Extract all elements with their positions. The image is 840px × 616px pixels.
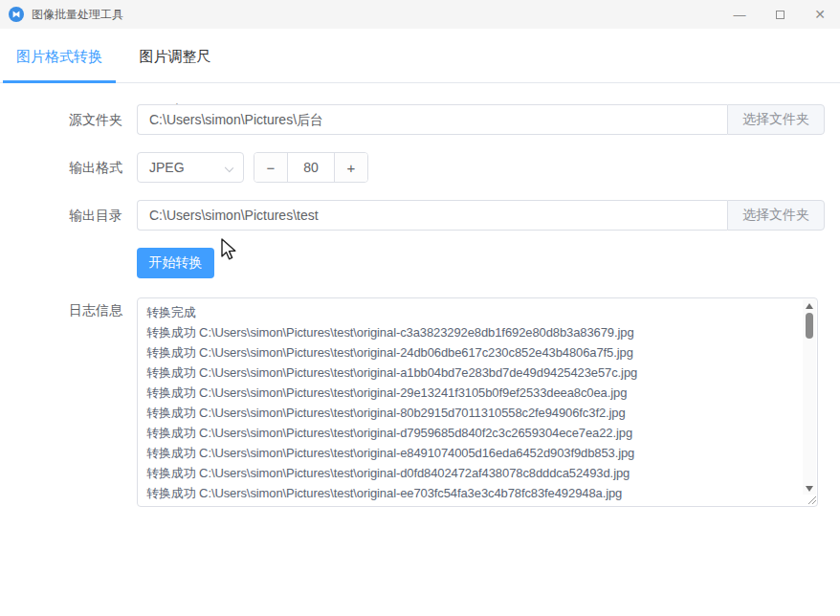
format-select[interactable]: JPEG <box>137 152 244 183</box>
log-line: 转换完成 <box>146 302 802 322</box>
close-icon[interactable]: ✕ <box>800 0 840 29</box>
log-line: 转换成功 C:\Users\simon\Pictures\test\origin… <box>146 383 802 403</box>
output-dir-browse-button[interactable]: 选择文件夹 <box>727 200 825 231</box>
mouse-cursor <box>221 238 238 263</box>
scrollbar-thumb[interactable] <box>806 313 813 339</box>
log-lines: 转换完成转换成功 C:\Users\simon\Pictures\test\or… <box>138 302 802 506</box>
minimize-icon[interactable]: — <box>719 0 760 29</box>
scroll-up-icon[interactable] <box>803 299 816 312</box>
log-textarea[interactable]: 转换完成转换成功 C:\Users\simon\Pictures\test\or… <box>137 297 818 507</box>
log-line: 转换成功 C:\Users\simon\Pictures\test\origin… <box>146 342 802 363</box>
output-format-label: 输出格式 <box>0 152 122 183</box>
chevron-down-icon <box>225 164 233 172</box>
quality-value[interactable]: 80 <box>288 153 334 182</box>
window-controls: — ✕ <box>719 0 840 29</box>
quality-decrease-button[interactable]: − <box>254 153 288 182</box>
quality-increase-button[interactable]: + <box>334 153 367 182</box>
log-line: 转换成功 C:\Users\simon\Pictures\test\origin… <box>146 503 802 506</box>
source-folder-input[interactable]: C:\Users\simon\Pictures\后台 <box>137 104 727 135</box>
log-scrollbar[interactable] <box>803 299 816 495</box>
source-folder-browse-button[interactable]: 选择文件夹 <box>727 104 825 135</box>
window-title: 图像批量处理工具 <box>32 0 123 29</box>
tab-bar: 图片格式转换 图片调整尺寸 <box>0 29 840 83</box>
log-line: 转换成功 C:\Users\simon\Pictures\test\origin… <box>146 423 802 443</box>
start-convert-button[interactable]: 开始转换 <box>137 248 214 278</box>
app-window: 图像批量处理工具 — ✕ 图片格式转换 图片调整尺寸 源文件夹 C:\Users… <box>0 0 840 616</box>
source-folder-label: 源文件夹 <box>0 104 122 135</box>
output-dir-input[interactable]: C:\Users\simon\Pictures\test <box>137 200 727 231</box>
log-line: 转换成功 C:\Users\simon\Pictures\test\origin… <box>146 403 802 423</box>
format-select-value: JPEG <box>149 160 185 175</box>
output-dir-label: 输出目录 <box>0 200 122 231</box>
log-line: 转换成功 C:\Users\simon\Pictures\test\origin… <box>146 463 802 483</box>
log-line: 转换成功 C:\Users\simon\Pictures\test\origin… <box>146 483 802 503</box>
output-dir-group: C:\Users\simon\Pictures\test 选择文件夹 <box>137 200 825 231</box>
log-line: 转换成功 C:\Users\simon\Pictures\test\origin… <box>146 322 802 342</box>
title-bar: 图像批量处理工具 — ✕ <box>0 0 840 29</box>
tab-resize[interactable]: 图片调整尺寸 <box>134 29 216 83</box>
log-label: 日志信息 <box>0 300 122 320</box>
log-line: 转换成功 C:\Users\simon\Pictures\test\origin… <box>146 363 802 383</box>
app-logo-icon <box>9 7 24 22</box>
tab-format-convert[interactable]: 图片格式转换 <box>3 29 116 83</box>
quality-stepper: − 80 + <box>254 152 368 183</box>
maximize-icon[interactable] <box>760 0 800 29</box>
log-line: 转换成功 C:\Users\simon\Pictures\test\origin… <box>146 443 802 463</box>
resize-grip-icon[interactable] <box>806 494 817 505</box>
source-folder-group: C:\Users\simon\Pictures\后台 选择文件夹 <box>137 104 825 135</box>
